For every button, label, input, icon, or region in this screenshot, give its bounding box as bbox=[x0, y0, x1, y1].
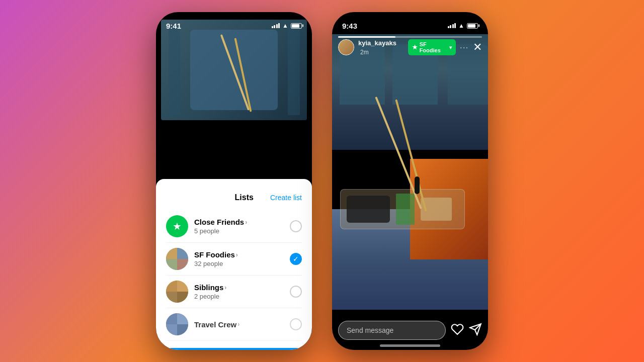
like-button[interactable] bbox=[451, 323, 464, 338]
wasabi-2 bbox=[396, 194, 415, 225]
story-user-avatar[interactable] bbox=[338, 39, 354, 55]
message-input-field[interactable]: Send message bbox=[338, 321, 446, 340]
share-button[interactable]: Share bbox=[166, 348, 302, 350]
sushi-roll-2 bbox=[347, 196, 390, 223]
siblings-collage bbox=[166, 281, 188, 303]
sf-foodies-info: SF Foodies › 32 people bbox=[194, 250, 290, 267]
status-bar-1: 9:41 ▲ bbox=[156, 12, 312, 34]
signal-bars-icon bbox=[272, 23, 280, 28]
sheet-header: Lists Create list bbox=[166, 193, 302, 202]
sf-foodies-name: SF Foodies › bbox=[194, 250, 290, 259]
travel-crew-collage bbox=[166, 313, 188, 335]
send-icon bbox=[469, 323, 482, 336]
phone-2: 9:43 ▲ bbox=[332, 12, 488, 350]
travel-crew-name: Travel Crew › bbox=[194, 320, 290, 329]
status-bar-2: 9:43 ▲ bbox=[332, 12, 488, 34]
story-progress-bar bbox=[338, 36, 482, 38]
close-friends-avatar: ★ bbox=[166, 215, 188, 237]
phone-1: 9:41 ▲ bbox=[156, 12, 312, 350]
siblings-count: 2 people bbox=[194, 293, 290, 300]
sheet-title: Lists bbox=[218, 193, 270, 202]
list-item-sf-foodies[interactable]: SF Foodies › 32 people ✓ bbox=[166, 243, 302, 276]
siblings-name: Siblings › bbox=[194, 283, 290, 292]
status-time-2: 9:43 bbox=[342, 22, 357, 30]
story-user-info: kyia_kayaks 2m bbox=[358, 38, 408, 56]
wifi-icon: ▲ bbox=[282, 22, 288, 29]
chevron-icon-3: › bbox=[224, 284, 226, 291]
battery-icon bbox=[291, 23, 302, 29]
story-top-actions: ★ SF Foodies ▾ ··· ✕ bbox=[408, 39, 482, 55]
close-friends-info: Close Friends › 5 people bbox=[194, 218, 290, 235]
sf-foodies-label: SF Foodies bbox=[420, 41, 448, 53]
sf-foodies-avatar bbox=[166, 248, 188, 270]
travel-crew-avatar bbox=[166, 313, 188, 335]
close-story-button[interactable]: ✕ bbox=[473, 41, 482, 54]
create-list-button[interactable]: Create list bbox=[270, 194, 302, 202]
chevron-icon-2: › bbox=[236, 251, 238, 258]
chevron-icon: › bbox=[245, 219, 247, 226]
bottom-sheet: Lists Create list ★ Close Friends › 5 pe… bbox=[156, 179, 312, 350]
more-options-button[interactable]: ··· bbox=[460, 43, 469, 51]
siblings-radio[interactable] bbox=[290, 286, 302, 298]
close-friends-story-badge[interactable]: ★ SF Foodies ▾ bbox=[408, 39, 456, 55]
wifi-icon-2: ▲ bbox=[458, 22, 464, 29]
story-time: 2m bbox=[360, 49, 369, 56]
chevron-down-icon: ▾ bbox=[449, 45, 452, 50]
story-username: kyia_kayaks bbox=[358, 39, 396, 47]
battery-icon-2 bbox=[467, 23, 478, 29]
story-progress-fill bbox=[338, 36, 395, 38]
close-friends-radio[interactable] bbox=[290, 220, 302, 232]
story-bottom-bar: Send message bbox=[332, 321, 488, 340]
travel-crew-radio[interactable] bbox=[290, 318, 302, 330]
signal-bars-2 bbox=[448, 23, 456, 28]
list-item-close-friends[interactable]: ★ Close Friends › 5 people bbox=[166, 210, 302, 243]
travel-crew-info: Travel Crew › bbox=[194, 320, 290, 329]
heart-icon bbox=[451, 323, 464, 336]
sf-foodies-collage bbox=[166, 248, 188, 270]
bracelet-2 bbox=[415, 176, 420, 194]
close-friends-count: 5 people bbox=[194, 227, 290, 235]
siblings-info: Siblings › 2 people bbox=[194, 283, 290, 300]
status-icons-2: ▲ bbox=[448, 22, 478, 29]
message-placeholder: Send message bbox=[347, 326, 393, 334]
list-item-travel-crew[interactable]: Travel Crew › bbox=[166, 308, 302, 341]
close-friends-name: Close Friends › bbox=[194, 218, 290, 226]
share-story-button[interactable] bbox=[469, 323, 482, 338]
sf-foodies-radio[interactable]: ✓ bbox=[290, 253, 302, 265]
story-user-row: kyia_kayaks 2m ★ SF Foodies ▾ ··· ✕ bbox=[338, 38, 482, 56]
chevron-icon-4: › bbox=[237, 321, 239, 328]
sf-foodies-count: 32 people bbox=[194, 260, 290, 267]
status-time-1: 9:41 bbox=[166, 22, 181, 30]
sushi-tray bbox=[340, 189, 465, 229]
siblings-avatar bbox=[166, 281, 188, 303]
list-item-siblings[interactable]: Siblings › 2 people bbox=[166, 276, 302, 308]
home-indicator-2 bbox=[380, 344, 440, 347]
status-icons-1: ▲ bbox=[272, 22, 302, 29]
star-icon: ★ bbox=[412, 44, 418, 51]
